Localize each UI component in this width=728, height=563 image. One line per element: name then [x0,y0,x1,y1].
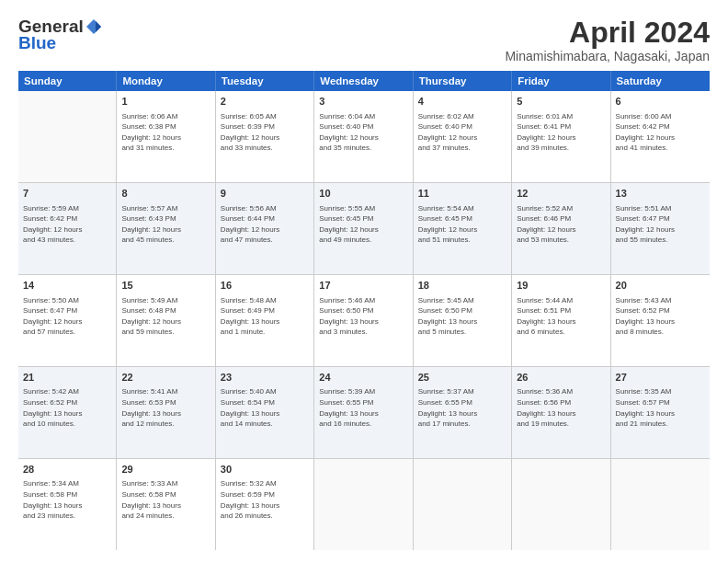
calendar-cell: 18Sunrise: 5:45 AMSunset: 6:50 PMDayligh… [414,275,512,366]
calendar-cell: 27Sunrise: 5:35 AMSunset: 6:57 PMDayligh… [611,367,710,458]
calendar-row-3: 14Sunrise: 5:50 AMSunset: 6:47 PMDayligh… [18,275,710,367]
day-number: 17 [319,279,407,293]
calendar-cell: 8Sunrise: 5:57 AMSunset: 6:43 PMDaylight… [117,183,215,274]
title-block: April 2024 Minamishimabara, Nagasaki, Ja… [505,17,710,63]
day-info: Sunrise: 5:37 AMSunset: 6:55 PMDaylight:… [418,386,506,429]
calendar-cell [611,459,710,550]
col-friday: Friday [512,71,610,91]
day-number: 6 [616,95,705,109]
day-number: 8 [121,187,210,201]
header: General Blue April 2024 Minamishimabara,… [18,17,710,63]
day-info: Sunrise: 5:32 AMSunset: 6:59 PMDaylight:… [221,478,309,521]
day-number: 7 [23,187,111,201]
day-number: 30 [221,463,309,477]
calendar-header: Sunday Monday Tuesday Wednesday Thursday… [18,71,710,91]
calendar-cell [314,459,413,550]
calendar-body: 1Sunrise: 6:06 AMSunset: 6:38 PMDaylight… [18,91,710,550]
calendar-cell: 9Sunrise: 5:56 AMSunset: 6:44 PMDaylight… [216,183,314,274]
day-number: 21 [23,371,111,385]
logo-blue: Blue [18,33,56,53]
day-number: 5 [517,95,605,109]
day-number: 3 [319,95,407,109]
calendar-row-4: 21Sunrise: 5:42 AMSunset: 6:52 PMDayligh… [18,367,710,459]
calendar-cell: 26Sunrise: 5:36 AMSunset: 6:56 PMDayligh… [512,367,610,458]
day-info: Sunrise: 5:50 AMSunset: 6:47 PMDaylight:… [23,295,111,338]
day-info: Sunrise: 5:35 AMSunset: 6:57 PMDaylight:… [616,386,705,429]
day-number: 14 [23,279,111,293]
day-number: 28 [23,463,111,477]
calendar-cell: 13Sunrise: 5:51 AMSunset: 6:47 PMDayligh… [611,183,710,274]
day-info: Sunrise: 5:42 AMSunset: 6:52 PMDaylight:… [23,386,111,429]
day-number: 27 [616,371,705,385]
day-number: 22 [121,371,210,385]
day-info: Sunrise: 5:59 AMSunset: 6:42 PMDaylight:… [23,203,111,246]
calendar-cell: 11Sunrise: 5:54 AMSunset: 6:45 PMDayligh… [414,183,512,274]
day-number: 19 [517,279,605,293]
day-info: Sunrise: 5:57 AMSunset: 6:43 PMDaylight:… [121,203,210,246]
logo: General Blue [18,17,103,53]
day-number: 1 [121,95,210,109]
calendar-cell: 4Sunrise: 6:02 AMSunset: 6:40 PMDaylight… [414,91,512,182]
calendar-cell: 6Sunrise: 6:00 AMSunset: 6:42 PMDaylight… [611,91,710,182]
day-info: Sunrise: 6:02 AMSunset: 6:40 PMDaylight:… [418,111,506,154]
day-info: Sunrise: 5:52 AMSunset: 6:46 PMDaylight:… [517,203,605,246]
day-number: 16 [221,279,309,293]
day-number: 25 [418,371,506,385]
calendar-cell: 10Sunrise: 5:55 AMSunset: 6:45 PMDayligh… [314,183,413,274]
day-info: Sunrise: 6:00 AMSunset: 6:42 PMDaylight:… [616,111,705,154]
day-info: Sunrise: 5:40 AMSunset: 6:54 PMDaylight:… [221,386,309,429]
col-saturday: Saturday [611,71,710,91]
col-monday: Monday [117,71,215,91]
calendar-cell: 30Sunrise: 5:32 AMSunset: 6:59 PMDayligh… [216,459,314,550]
day-number: 10 [319,187,407,201]
calendar-cell: 2Sunrise: 6:05 AMSunset: 6:39 PMDaylight… [216,91,314,182]
calendar-cell: 12Sunrise: 5:52 AMSunset: 6:46 PMDayligh… [512,183,610,274]
day-number: 24 [319,371,407,385]
day-info: Sunrise: 5:36 AMSunset: 6:56 PMDaylight:… [517,386,605,429]
calendar-row-5: 28Sunrise: 5:34 AMSunset: 6:58 PMDayligh… [18,459,710,550]
day-info: Sunrise: 6:04 AMSunset: 6:40 PMDaylight:… [319,111,407,154]
day-info: Sunrise: 5:48 AMSunset: 6:49 PMDaylight:… [221,295,309,338]
day-info: Sunrise: 5:39 AMSunset: 6:55 PMDaylight:… [319,386,407,429]
calendar-cell: 5Sunrise: 6:01 AMSunset: 6:41 PMDaylight… [512,91,610,182]
calendar-cell: 23Sunrise: 5:40 AMSunset: 6:54 PMDayligh… [216,367,314,458]
day-number: 9 [221,187,309,201]
calendar-cell: 1Sunrise: 6:06 AMSunset: 6:38 PMDaylight… [117,91,215,182]
col-sunday: Sunday [18,71,117,91]
page-title: April 2024 [505,17,710,49]
day-info: Sunrise: 5:49 AMSunset: 6:48 PMDaylight:… [121,295,210,338]
calendar-cell: 15Sunrise: 5:49 AMSunset: 6:48 PMDayligh… [117,275,215,366]
calendar-cell: 28Sunrise: 5:34 AMSunset: 6:58 PMDayligh… [18,459,117,550]
day-number: 13 [616,187,705,201]
calendar-cell: 3Sunrise: 6:04 AMSunset: 6:40 PMDaylight… [314,91,413,182]
day-info: Sunrise: 5:55 AMSunset: 6:45 PMDaylight:… [319,203,407,246]
page: General Blue April 2024 Minamishimabara,… [0,0,728,563]
calendar-cell: 24Sunrise: 5:39 AMSunset: 6:55 PMDayligh… [314,367,413,458]
day-info: Sunrise: 6:06 AMSunset: 6:38 PMDaylight:… [121,111,210,154]
calendar-cell: 14Sunrise: 5:50 AMSunset: 6:47 PMDayligh… [18,275,117,366]
calendar-cell: 20Sunrise: 5:43 AMSunset: 6:52 PMDayligh… [611,275,710,366]
calendar-cell: 16Sunrise: 5:48 AMSunset: 6:49 PMDayligh… [216,275,314,366]
day-info: Sunrise: 5:46 AMSunset: 6:50 PMDaylight:… [319,295,407,338]
day-number: 26 [517,371,605,385]
day-info: Sunrise: 6:05 AMSunset: 6:39 PMDaylight:… [221,111,309,154]
day-number: 23 [221,371,309,385]
calendar-cell [414,459,512,550]
calendar-row-2: 7Sunrise: 5:59 AMSunset: 6:42 PMDaylight… [18,183,710,275]
svg-marker-1 [96,21,101,32]
page-subtitle: Minamishimabara, Nagasaki, Japan [505,49,710,63]
col-thursday: Thursday [414,71,512,91]
day-info: Sunrise: 5:56 AMSunset: 6:44 PMDaylight:… [221,203,309,246]
day-info: Sunrise: 5:33 AMSunset: 6:58 PMDaylight:… [121,478,210,521]
calendar-cell: 7Sunrise: 5:59 AMSunset: 6:42 PMDaylight… [18,183,117,274]
calendar-cell: 19Sunrise: 5:44 AMSunset: 6:51 PMDayligh… [512,275,610,366]
day-number: 15 [121,279,210,293]
day-number: 29 [121,463,210,477]
day-number: 2 [221,95,309,109]
day-number: 20 [616,279,705,293]
day-info: Sunrise: 5:43 AMSunset: 6:52 PMDaylight:… [616,295,705,338]
day-number: 12 [517,187,605,201]
day-info: Sunrise: 5:44 AMSunset: 6:51 PMDaylight:… [517,295,605,338]
calendar-row-1: 1Sunrise: 6:06 AMSunset: 6:38 PMDaylight… [18,91,710,183]
day-info: Sunrise: 5:51 AMSunset: 6:47 PMDaylight:… [616,203,705,246]
